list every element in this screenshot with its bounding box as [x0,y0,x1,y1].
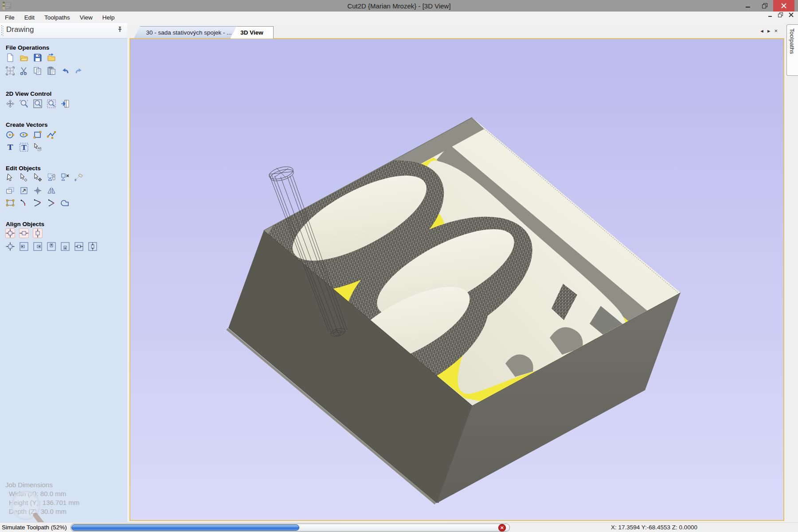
zoom-icon[interactable] [20,99,28,108]
mdi-close-icon[interactable] [789,12,794,17]
section-file-operations: File Operations [6,44,49,51]
minimize-button[interactable] [739,0,756,12]
zoom-box-icon[interactable] [33,99,42,108]
cursor-coordinates: X: 17.3594 Y:-68.4553 Z: 0.0000 [611,524,697,531]
menu-view[interactable]: View [75,12,98,23]
align-top-icon[interactable] [47,242,56,251]
group-icon[interactable] [47,173,56,182]
progress-fill [71,524,299,531]
drawing-panel: Drawing File Operations 2D View Control … [0,23,127,522]
edit-nodes-icon[interactable] [6,199,15,207]
text-on-curve-icon[interactable]: AB [33,143,42,152]
import-file-icon[interactable] [47,53,56,62]
align-center-horizontal-icon[interactable] [20,229,28,238]
center-vertically-icon[interactable] [88,242,97,251]
job-dimensions-title: Job Dimensions [5,481,79,489]
mdi-restore-icon[interactable] [778,12,783,17]
save-file-icon[interactable] [33,53,42,62]
title-bar: Cut2D {Marian Mrozek} - [3D View] [0,0,798,12]
draw-rectangle-icon[interactable] [33,130,42,139]
pin-icon[interactable] [117,27,123,33]
window-title: Cut2D {Marian Mrozek} - [3D View] [0,2,798,10]
center-horizontally-icon[interactable] [74,242,83,251]
section-edit-objects: Edit Objects [6,165,41,172]
align-left-icon[interactable] [20,242,28,251]
toolpaths-tab[interactable]: Toolpaths [786,24,798,76]
drawing-panel-header: Drawing [0,23,127,39]
menu-bar: File Edit Toolpaths View Help [0,12,798,23]
section-2d-view-control: 2D View Control [6,90,51,97]
open-file-icon[interactable] [20,53,28,62]
close-button[interactable] [773,0,794,12]
draw-circle-icon[interactable] [6,130,15,139]
zoom-selected-icon[interactable] [47,99,56,108]
menu-edit[interactable]: Edit [20,12,39,23]
simulate-toolpath-label: Simulate Toolpath (52%) [2,524,67,531]
panel-grip[interactable] [1,25,4,36]
close-icon [781,3,786,8]
align-center-vertical-icon[interactable] [33,229,42,238]
select-icon[interactable] [6,173,15,182]
copy-icon[interactable] [33,66,42,75]
mirror-icon[interactable] [47,186,56,195]
tab-close-icon[interactable]: × [774,27,778,34]
tab-document-label: 30 - sada stativových spojek - ... [146,29,232,36]
pan-view-icon[interactable] [6,99,15,108]
scale-icon[interactable] [20,186,28,195]
viewport-3d[interactable] [129,38,784,521]
align-bottom-icon[interactable] [61,242,70,251]
trim-vector-icon[interactable] [33,199,42,207]
svg-text:T: T [21,144,27,152]
ungroup-icon[interactable] [61,173,70,182]
extend-vector-icon[interactable] [47,199,56,207]
tab-scroll-left-icon[interactable]: ◂ [760,27,763,34]
scene-3d [130,39,783,520]
minimize-icon [745,3,751,8]
menu-toolpaths[interactable]: Toolpaths [39,12,75,23]
right-rail [786,23,798,522]
move-select-icon[interactable] [33,173,42,182]
align-right-icon[interactable] [33,242,42,251]
section-create-vectors: Create Vectors [6,121,48,128]
transform-icon[interactable] [33,186,42,195]
view-tab-strip: 30 - sada stativových spojek - ... 3D Vi… [127,23,786,39]
cancel-icon: ✕ [500,526,504,530]
svg-text:AB: AB [38,147,42,150]
node-select-icon[interactable] [20,173,28,182]
draw-polyline-icon[interactable] [47,130,56,139]
restore-button[interactable] [756,0,773,12]
simulation-progress-bar [70,524,510,532]
paste-icon[interactable] [47,66,56,75]
measure-icon[interactable] [74,173,83,182]
draw-text-icon[interactable]: T [6,143,15,152]
align-center-icon[interactable] [6,229,15,238]
tab-document-2d[interactable]: 30 - sada stativových spojek - ... [133,26,241,39]
text-box-icon[interactable]: T [20,143,28,152]
menu-help[interactable]: Help [98,12,120,23]
weld-vectors-icon[interactable] [61,199,70,207]
cut-vector-icon[interactable] [20,199,28,207]
cut-icon[interactable] [20,66,28,75]
redo-icon[interactable] [74,66,83,75]
switch-view-icon[interactable] [61,99,70,108]
tab-3d-view-label: 3D View [240,29,263,36]
status-bar: Simulate Toolpath (52%) ✕ X: 17.3594 Y:-… [0,522,798,532]
svg-text:T: T [8,143,13,152]
tab-3d-view[interactable]: 3D View [230,26,274,39]
menu-file[interactable]: File [0,12,20,23]
align-in-material-icon[interactable] [6,242,15,251]
offset-icon[interactable] [6,186,15,195]
toolpaths-tab-label: Toolpaths [789,28,795,54]
mdi-minimize-icon[interactable] [768,12,773,17]
undo-icon[interactable] [61,66,70,75]
tab-scroll-right-icon[interactable]: ▸ [767,27,771,34]
panel-title: Drawing [6,25,34,34]
new-file-icon[interactable] [6,53,15,62]
draw-ellipse-icon[interactable] [20,130,28,139]
cancel-simulation-button[interactable]: ✕ [498,524,506,532]
restore-icon [762,3,768,8]
job-setup-icon[interactable] [6,66,15,75]
section-align-objects: Align Objects [6,221,44,227]
